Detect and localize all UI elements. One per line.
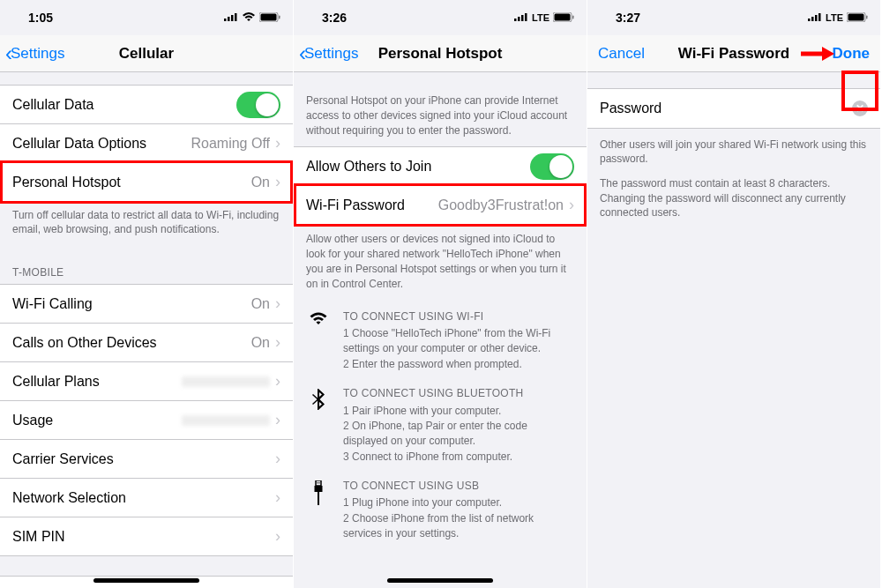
back-label: Settings [11, 45, 64, 63]
row-label: Network Selection [12, 490, 275, 506]
signal-icon [808, 12, 822, 23]
battery-icon [259, 12, 280, 24]
svg-rect-24 [848, 13, 864, 20]
svg-rect-5 [261, 13, 277, 20]
done-button[interactable]: Done [833, 45, 871, 63]
allow-others-toggle[interactable] [530, 153, 574, 180]
usage-row[interactable]: Usage › [0, 401, 293, 440]
svg-rect-8 [518, 17, 520, 21]
network-selection-row[interactable]: Network Selection › [0, 479, 293, 517]
svg-rect-21 [815, 15, 818, 21]
instruct-title: TO CONNECT USING BLUETOOTH [343, 386, 574, 401]
cellular-data-toggle[interactable] [236, 92, 280, 118]
svg-rect-2 [231, 15, 234, 21]
back-button[interactable]: ‹ Settings [294, 43, 358, 64]
instruct-title: TO CONNECT USING USB [343, 479, 574, 494]
password-desc1: Other users will join your shared Wi-Fi … [587, 129, 880, 176]
row-label: Usage [12, 413, 182, 428]
svg-rect-14 [316, 480, 321, 486]
svg-rect-0 [224, 19, 227, 21]
instruct-line: 1 Choose "HelloTech iPhone" from the Wi-… [343, 326, 574, 357]
chevron-right-icon: › [275, 411, 280, 429]
battery-icon [553, 12, 574, 24]
svg-rect-20 [811, 17, 814, 21]
chevron-right-icon: › [275, 527, 280, 546]
row-label: Cellular Data Options [12, 136, 191, 152]
row-value: On [251, 175, 270, 190]
svg-rect-17 [315, 486, 323, 492]
instruct-line: 3 Connect to iPhone from computer. [343, 450, 574, 465]
nav-bar: ‹ Settings Personal Hotspot [294, 35, 587, 72]
instruct-line: 2 On iPhone, tap Pair or enter the code … [343, 419, 574, 450]
blurred-value [182, 415, 270, 426]
wifi-icon [306, 309, 331, 373]
row-label: Cellular Data [12, 97, 236, 113]
home-indicator[interactable] [93, 578, 199, 583]
nav-bar: Cancel Wi-Fi Password Done [587, 35, 880, 72]
chevron-right-icon: › [275, 134, 280, 153]
connect-wifi-instructions: TO CONNECT USING WI-FI 1 Choose "HelloTe… [294, 304, 587, 382]
cellular-plans-row[interactable]: Cellular Plans › [0, 362, 293, 401]
phone-cellular: 1:05 ‹ Settings Cellular Cellular Data C… [0, 0, 294, 588]
connect-usb-instructions: TO CONNECT USING USB 1 Plug iPhone into … [294, 473, 587, 551]
password-row[interactable]: Password ✕ [587, 89, 880, 128]
svg-rect-9 [521, 15, 524, 21]
svg-rect-19 [808, 19, 811, 21]
svg-rect-13 [572, 15, 574, 19]
tmobile-group: Wi-Fi Calling On › Calls on Other Device… [0, 284, 293, 556]
svg-rect-15 [318, 482, 318, 484]
svg-rect-1 [228, 17, 230, 21]
clear-icon[interactable]: ✕ [852, 100, 868, 116]
svg-rect-12 [555, 13, 571, 20]
wifi-icon [242, 12, 256, 24]
back-button[interactable]: ‹ Settings [0, 43, 64, 64]
status-bar: 3:27 LTE [587, 0, 880, 35]
chevron-right-icon: › [275, 450, 280, 468]
cellular-group: Cellular Data Cellular Data Options Roam… [0, 85, 293, 202]
cellular-data-row[interactable]: Cellular Data [0, 86, 293, 124]
svg-rect-25 [866, 15, 868, 19]
status-bar: 3:26 LTE [294, 0, 587, 35]
allow-description: Allow other users or devices not signed … [294, 225, 587, 303]
calls-other-devices-row[interactable]: Calls on Other Devices On › [0, 324, 293, 362]
status-time: 3:27 [600, 11, 640, 25]
instruct-line: 1 Plug iPhone into your computer. [343, 495, 574, 510]
blurred-value [182, 376, 270, 387]
row-value: Roaming Off [191, 136, 270, 152]
allow-others-row[interactable]: Allow Others to Join [294, 147, 587, 186]
chevron-right-icon: › [275, 372, 280, 391]
status-bar: 1:05 [0, 0, 293, 35]
home-indicator[interactable] [387, 578, 493, 583]
svg-rect-7 [514, 19, 517, 21]
instruct-title: TO CONNECT USING WI-FI [343, 309, 574, 324]
password-group: Password ✕ [587, 88, 880, 129]
network-label: LTE [826, 12, 843, 23]
back-label: Settings [304, 45, 358, 63]
chevron-right-icon: › [275, 294, 280, 313]
cancel-button[interactable]: Cancel [587, 45, 645, 63]
cellular-data-options-row[interactable]: Cellular Data Options Roaming Off › [0, 124, 293, 163]
personal-hotspot-row[interactable]: Personal Hotspot On › [0, 163, 293, 202]
chevron-right-icon: › [275, 488, 280, 507]
chevron-right-icon: › [569, 196, 574, 214]
wifi-password-row[interactable]: Wi-Fi Password Goodby3Frustrat!on › [294, 186, 587, 225]
phone-wifi-password: 3:27 LTE Cancel Wi-Fi Password Done Pass… [587, 0, 881, 588]
row-label: Carrier Services [12, 451, 275, 467]
red-arrow-icon [799, 45, 834, 63]
chevron-right-icon: › [275, 173, 280, 191]
instruct-line: 2 Choose iPhone from the list of network… [343, 511, 574, 542]
phone-personal-hotspot: 3:26 LTE ‹ Settings Personal Hotspot Per… [294, 0, 587, 588]
status-time: 1:05 [12, 11, 53, 25]
carrier-services-row[interactable]: Carrier Services › [0, 440, 293, 479]
row-value: On [251, 296, 270, 312]
svg-rect-6 [279, 15, 280, 19]
status-indicators: LTE [808, 12, 868, 24]
row-label: Calls on Other Devices [12, 335, 251, 351]
footer-text: Turn off cellular data to restrict all d… [0, 202, 293, 249]
row-label: Allow Others to Join [306, 159, 530, 175]
wifi-calling-row[interactable]: Wi-Fi Calling On › [0, 285, 293, 324]
svg-rect-16 [319, 482, 320, 484]
signal-icon [514, 12, 528, 23]
sim-pin-row[interactable]: SIM PIN › [0, 517, 293, 556]
row-label: SIM PIN [12, 529, 275, 545]
